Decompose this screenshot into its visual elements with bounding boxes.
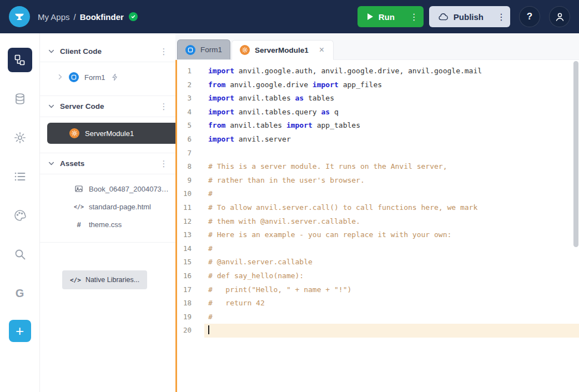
close-icon[interactable]: × xyxy=(318,45,325,55)
line-number: 10 xyxy=(177,187,204,201)
rail-item-settings[interactable] xyxy=(8,125,32,150)
app-tree-icon xyxy=(13,53,27,67)
editor: Form1ServerModule1× 12345678910111213141… xyxy=(175,33,579,392)
line-number: 16 xyxy=(177,269,204,283)
code-line[interactable]: # def say_hello(name): xyxy=(204,269,579,283)
form-icon xyxy=(185,45,195,55)
code-token: import xyxy=(313,81,339,89)
server-module-icon xyxy=(240,45,250,55)
tree-item[interactable]: Form1 xyxy=(40,68,175,87)
code-line[interactable]: import anvil.tables.query as q xyxy=(204,105,579,119)
play-icon xyxy=(367,13,373,20)
lightning-icon xyxy=(111,73,119,81)
scrollbar-thumb[interactable] xyxy=(573,61,578,247)
tab-servermodule1[interactable]: ServerModule1× xyxy=(231,40,334,60)
code-area[interactable]: import anvil.google.auth, anvil.google.d… xyxy=(204,60,579,392)
rail-item-theme[interactable] xyxy=(8,203,32,228)
code-line[interactable]: import anvil.server xyxy=(204,133,579,147)
line-number: 19 xyxy=(177,310,204,324)
code-line[interactable]: import anvil.google.auth, anvil.google.d… xyxy=(204,64,579,78)
code-line[interactable]: # return 42 xyxy=(204,296,579,310)
code-line[interactable]: import anvil.tables as tables xyxy=(204,92,579,105)
code-line[interactable]: # xyxy=(204,242,579,256)
code-editor[interactable]: 1234567891011121314151617181920 import a… xyxy=(175,60,579,392)
tree-item-label: Book_06487_2004073… xyxy=(89,185,169,193)
anvil-logo[interactable] xyxy=(9,6,30,27)
tab-form1[interactable]: Form1 xyxy=(177,39,230,59)
line-number: 3 xyxy=(177,92,204,105)
section-header[interactable]: Server Code⋮ xyxy=(40,96,175,117)
publish-label: Publish xyxy=(454,12,484,22)
add-button[interactable]: + xyxy=(9,320,31,342)
breadcrumb-my-apps[interactable]: My Apps xyxy=(38,12,70,22)
anvil-icon xyxy=(13,11,26,23)
line-number: 1 xyxy=(177,64,204,78)
code-line[interactable]: # To allow anvil.server.call() to call f… xyxy=(204,201,579,215)
code-token: import xyxy=(208,108,234,116)
code-token: # @anvil.server.callable xyxy=(208,258,313,266)
kebab-icon[interactable]: ⋮ xyxy=(158,102,170,112)
tree-section: Client Code⋮Form1 xyxy=(40,41,175,96)
code-line-current[interactable] xyxy=(204,324,579,338)
run-button[interactable]: Run xyxy=(358,6,405,27)
tree-item[interactable]: ServerModule1 xyxy=(47,123,175,144)
code-line[interactable]: # them with @anvil.server.callable. xyxy=(204,215,579,229)
code-line[interactable]: from anvil.tables import app_tables xyxy=(204,119,579,133)
account-button[interactable] xyxy=(549,6,570,27)
section-header[interactable]: Client Code⋮ xyxy=(40,41,175,62)
section-items: Book_06487_2004073…</>standard-page.html… xyxy=(40,174,175,242)
code-token: # them with @anvil.server.callable. xyxy=(208,217,360,225)
code-line[interactable] xyxy=(204,147,579,160)
chevron-right-icon xyxy=(57,73,64,81)
rail-item-data-tables[interactable] xyxy=(8,87,32,111)
chevron-down-icon xyxy=(48,160,56,168)
code-token: anvil.tables xyxy=(225,121,286,129)
publish-button[interactable]: Publish xyxy=(429,6,492,27)
line-number-gutter: 1234567891011121314151617181920 xyxy=(177,60,204,392)
tree-item[interactable]: Book_06487_2004073… xyxy=(40,180,175,198)
tree-sections: Client Code⋮Form1Server Code⋮ServerModul… xyxy=(40,41,175,243)
code-line[interactable]: from anvil.google.drive import app_files xyxy=(204,78,579,92)
list-icon xyxy=(13,170,27,183)
kebab-icon[interactable]: ⋮ xyxy=(158,159,170,169)
kebab-icon[interactable]: ⋮ xyxy=(158,47,170,57)
gear-icon xyxy=(13,131,27,144)
icon-rail: G + xyxy=(0,33,40,392)
code-line[interactable]: # This is a server module. It runs on th… xyxy=(204,160,579,174)
help-button[interactable]: ? xyxy=(519,6,540,27)
publish-menu-button[interactable]: ⋮ xyxy=(492,6,510,27)
section-header[interactable]: Assets⋮ xyxy=(40,153,175,174)
rail-item-search[interactable] xyxy=(8,242,32,267)
rail-item-google-services[interactable]: G xyxy=(8,281,32,305)
code-line[interactable]: # Here is an example - you can replace i… xyxy=(204,228,579,242)
line-number: 15 xyxy=(177,255,204,269)
tree-item[interactable]: #theme.css xyxy=(40,215,175,233)
editor-scrollbar xyxy=(573,60,579,392)
code-line[interactable]: # xyxy=(204,187,579,201)
code-line[interactable]: # print("Hello, " + name + "!") xyxy=(204,283,579,297)
line-number: 5 xyxy=(177,119,204,133)
native-libraries-button[interactable]: </> Native Libraries... xyxy=(62,270,147,289)
tree-item[interactable]: </>standard-page.html xyxy=(40,198,175,215)
run-menu-button[interactable]: ⋮ xyxy=(405,6,424,27)
line-number: 7 xyxy=(177,147,204,160)
tree-item-label: ServerModule1 xyxy=(85,129,134,138)
line-number: 4 xyxy=(177,105,204,119)
code-line[interactable]: # rather than in the user's browser. xyxy=(204,174,579,188)
code-line[interactable]: # xyxy=(204,310,579,324)
chevron-down-icon xyxy=(48,48,56,56)
run-label: Run xyxy=(379,12,395,22)
rail-item-logs[interactable] xyxy=(8,164,32,189)
tab-label: Form1 xyxy=(200,46,222,54)
line-number: 11 xyxy=(177,201,204,215)
cloud-icon xyxy=(438,12,449,22)
code-token: import xyxy=(208,67,234,75)
code-token: import xyxy=(208,135,234,143)
rail-item-app-browser[interactable] xyxy=(8,48,32,72)
main-body: G + Client Code⋮Form1Server Code⋮ServerM… xyxy=(0,33,579,392)
image-icon xyxy=(74,184,83,193)
code-token: anvil.tables.query xyxy=(234,108,321,116)
code-line[interactable]: # @anvil.server.callable xyxy=(204,255,579,269)
kebab-icon: ⋮ xyxy=(497,12,506,22)
user-icon xyxy=(554,11,566,23)
